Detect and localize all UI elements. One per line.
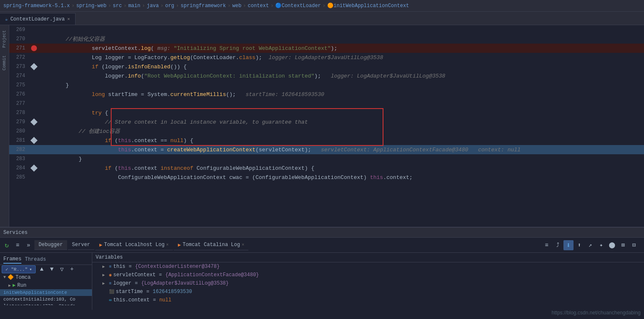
- frame-item-init[interactable]: initWebApplicationConte: [0, 289, 92, 296]
- diamond-icon-279: [31, 119, 38, 126]
- breadcrumb-item[interactable]: context: [248, 3, 269, 9]
- code-line-269: 269: [9, 25, 644, 34]
- threads-subtab[interactable]: Threads: [25, 256, 46, 263]
- debugger-tabs: ↻ ≡ » Debugger Server ▶ Tomcat Localhost…: [0, 238, 644, 253]
- frame-item-listener[interactable]: listenerStart:4770, Standa: [0, 303, 92, 305]
- var-name-servlet: servletContext: [113, 272, 156, 278]
- diamond-icon-281: [31, 137, 38, 144]
- diamond-icon: [31, 63, 38, 70]
- tomcat-catalina-tab[interactable]: ▶ Tomcat Catalina Log ×: [174, 240, 248, 250]
- tomcat-icon: ▶: [99, 242, 102, 248]
- step-into-btn[interactable]: ⬇: [563, 240, 574, 250]
- grid-btn[interactable]: ⊞: [618, 240, 628, 250]
- expand-servlet: ▶: [102, 272, 107, 278]
- breadcrumb-item[interactable]: spring-web: [76, 3, 107, 9]
- var-icon-context: ∞: [109, 298, 112, 303]
- var-val-this: {ContextLoaderListener@3478}: [135, 264, 220, 270]
- var-name-context: this.context: [113, 297, 149, 303]
- filter-area: ✓ "R..." ▾ ▲ ▼ ▽ +: [0, 265, 92, 273]
- tomcat-localhost-tab[interactable]: ▶ Tomcat Localhost Log ×: [95, 240, 173, 250]
- var-logger[interactable]: ▶ ≡ logger = {LogAdapter$JavaUtilLog@353…: [92, 279, 644, 288]
- debugger-tab[interactable]: Debugger: [34, 240, 67, 250]
- tomcat-catalina-icon: ▶: [178, 242, 181, 248]
- java-file-icon: ☕: [5, 16, 8, 22]
- dropdown-arrow: ▾: [29, 267, 32, 272]
- nav-down-btn[interactable]: ▼: [47, 265, 56, 273]
- filter-dropdown[interactable]: ✓ "R..." ▾: [2, 265, 36, 273]
- settings-btn[interactable]: ⊟: [629, 240, 639, 250]
- run-icon: ▶: [13, 282, 16, 288]
- var-icon-starttime: ⬛: [109, 289, 114, 294]
- restart-btn[interactable]: ↻: [2, 240, 12, 250]
- sub-tabs: Frames Threads: [0, 254, 92, 265]
- debug-toolbar: ≡ ⤴ ⬇ ⬆ ↗ ✦ ⬤ ⊞ ⊟: [542, 240, 642, 250]
- breadcrumb-item[interactable]: java: [147, 3, 159, 9]
- var-icon-servlet: ◉: [109, 272, 112, 278]
- var-servlet-context[interactable]: ▶ ◉ servletContext = {ApplicationContext…: [92, 271, 644, 279]
- breadcrumb-item[interactable]: spring-framework-5.1.x: [3, 3, 70, 9]
- tree-tomcat-item[interactable]: ▼ 🔶 Tomca: [0, 273, 92, 281]
- run-label: Run: [17, 283, 26, 288]
- breadcrumb-bar: spring-framework-5.1.x › spring-web › sr…: [0, 0, 644, 12]
- breadcrumb-item[interactable]: main: [128, 3, 141, 9]
- frames-subtab[interactable]: Frames: [3, 255, 21, 264]
- nav-up-btn[interactable]: ▲: [37, 265, 46, 273]
- breadcrumb-item[interactable]: springframework: [181, 3, 226, 9]
- add-btn[interactable]: +: [68, 265, 76, 273]
- more-btn[interactable]: »: [23, 240, 34, 250]
- bottom-panel: Services ↻ ≡ » Debugger Server ▶ Tomcat …: [0, 227, 644, 319]
- var-val-starttime: 1626418593530: [153, 289, 192, 295]
- evaluate-btn[interactable]: ✦: [596, 240, 606, 250]
- frame-name: initWebApplicationConte: [3, 290, 67, 295]
- var-val-servlet: {ApplicationContextFacade@3480}: [165, 272, 259, 278]
- tomcat-catalina-close[interactable]: ×: [242, 243, 244, 247]
- commit-sidebar-label[interactable]: Commit: [1, 52, 8, 74]
- frames-list: ▼ 🔶 Tomca ▶ ▶ Run initWebApplicationCont…: [0, 273, 92, 305]
- breadcrumb-item[interactable]: web: [232, 3, 242, 9]
- code-line-276: 276 long startTime = System.currentTimeM…: [9, 90, 644, 99]
- code-line-282: 282 this.context = createWebApplicationC…: [9, 145, 644, 154]
- var-this[interactable]: ▶ ≡ this = {ContextLoaderListener@3478}: [92, 262, 644, 271]
- expand-icon: ▼: [3, 275, 6, 280]
- frame-label: contextInitialized:103, Co: [3, 297, 76, 302]
- project-sidebar-label[interactable]: Project: [1, 27, 8, 51]
- file-tab[interactable]: ☕ ContextLoader.java ×: [0, 13, 76, 25]
- var-thiscontext[interactable]: ∞ this.context = null: [92, 296, 644, 304]
- breadcrumb-item[interactable]: src: [113, 3, 122, 9]
- code-line-279: 279 // Store context in local instance v…: [9, 117, 644, 127]
- server-tab-label: Server: [72, 242, 90, 248]
- frame-item-context[interactable]: contextInitialized:103, Co: [0, 296, 92, 303]
- breadcrumb-item[interactable]: org: [165, 3, 175, 9]
- server-icon: 🔶: [8, 274, 14, 280]
- var-val-context: null: [159, 297, 172, 303]
- var-name-logger: logger: [113, 280, 131, 286]
- layout2-btn[interactable]: ≡: [542, 240, 552, 250]
- step-out-btn[interactable]: ⬆: [574, 240, 584, 250]
- bottom-content: Frames Threads ✓ "R..." ▾ ▲ ▼ ▽ + ▼ 🔶 T: [0, 253, 644, 310]
- code-area: 269 270 //初始化父容器 271 servletContext.log(…: [9, 25, 644, 227]
- diamond-icon-284: [31, 165, 38, 172]
- filter-btn-icon[interactable]: ▽: [57, 265, 66, 273]
- tab-label: ContextLoader.java: [10, 16, 65, 22]
- frame-label2: listenerStart:4770, Standa: [3, 303, 76, 305]
- tomcat-localhost-close[interactable]: ×: [166, 243, 169, 247]
- tab-close-btn[interactable]: ×: [67, 17, 70, 22]
- tomcat-label: Tomca: [16, 275, 31, 280]
- var-name-this: this: [113, 264, 125, 270]
- method-icon: 🟠: [327, 3, 334, 9]
- var-starttime[interactable]: ⬛ startTime = 1626418593530: [92, 288, 644, 296]
- var-val-logger: {LogAdapter$JavaUtilLog@3538}: [141, 280, 229, 286]
- debugger-tab-label: Debugger: [39, 242, 63, 248]
- breadcrumb-sep: ›: [71, 3, 74, 9]
- expand-logger: ▶: [102, 281, 107, 286]
- step-over-btn[interactable]: ⤴: [553, 240, 563, 250]
- services-label: Services: [3, 230, 28, 236]
- breadcrumb-item[interactable]: initWebApplicationContext: [334, 3, 409, 9]
- filter-label: ✓ "R...": [5, 267, 28, 272]
- layout-btn[interactable]: ≡: [13, 240, 23, 250]
- mute-btn[interactable]: ⬤: [607, 240, 617, 250]
- tree-run-item[interactable]: ▶ ▶ Run: [0, 281, 92, 289]
- run-cursor-btn[interactable]: ↗: [585, 240, 595, 250]
- server-tab[interactable]: Server: [68, 240, 94, 250]
- breadcrumb-item[interactable]: ContextLoader: [282, 3, 321, 9]
